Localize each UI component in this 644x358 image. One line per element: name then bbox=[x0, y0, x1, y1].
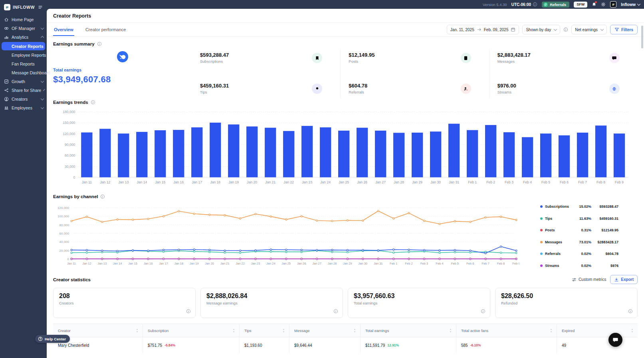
sidebar-item-employees[interactable]: Employees bbox=[0, 103, 47, 112]
earnings-summary: Total earnings $3,949,607.68 $593,288.47… bbox=[53, 50, 638, 98]
filters-button[interactable]: Filters bbox=[610, 25, 638, 34]
column-header-tips[interactable]: Tips bbox=[239, 324, 289, 337]
svg-text:Feb 7: Feb 7 bbox=[578, 180, 587, 184]
table-cell: $751.75-5.84% bbox=[143, 337, 239, 353]
summary-metric-posts: $12,149.95Posts bbox=[349, 52, 471, 64]
svg-text:Jan 21: Jan 21 bbox=[265, 180, 275, 184]
column-header-subscription[interactable]: Subscription bbox=[143, 324, 239, 337]
sidebar-item-creators[interactable]: Creators bbox=[0, 95, 47, 103]
earnings-by-channel-title: Earnings by channel bbox=[53, 194, 638, 199]
stat-card-creators: 208Creators bbox=[53, 288, 196, 318]
svg-text:Jan 26: Jan 26 bbox=[297, 262, 306, 265]
svg-text:Jan 15: Jan 15 bbox=[155, 180, 165, 184]
info-icon[interactable] bbox=[100, 194, 105, 199]
sort-icon[interactable] bbox=[631, 328, 634, 333]
metric-value: Net earnings bbox=[575, 28, 598, 32]
tab-overview[interactable]: Overview bbox=[53, 24, 74, 36]
question-icon bbox=[38, 336, 43, 341]
column-header-total-earnings[interactable]: Total earnings bbox=[360, 324, 456, 337]
bar-jan-27 bbox=[375, 131, 386, 177]
info-icon[interactable] bbox=[481, 309, 485, 314]
info-icon[interactable] bbox=[97, 42, 102, 46]
settings-gear-icon[interactable] bbox=[601, 2, 606, 7]
info-icon[interactable] bbox=[91, 100, 95, 105]
chevron-down-icon bbox=[554, 28, 557, 31]
bar-jan-20 bbox=[246, 126, 258, 177]
stat-card-label: Message earnings bbox=[206, 301, 337, 305]
svg-text:Jan 27: Jan 27 bbox=[375, 180, 386, 184]
sidebar-item-share-for-share[interactable]: Share for Share bbox=[0, 86, 47, 95]
summary-column-3: $2,883,428.17Messages$976.00Streams bbox=[489, 50, 638, 98]
sidebar-item-growth[interactable]: Growth bbox=[0, 77, 47, 86]
sort-icon[interactable] bbox=[282, 328, 285, 333]
earnings-summary-title: Earnings summary bbox=[53, 42, 638, 46]
info-icon[interactable] bbox=[333, 309, 338, 314]
vertical-scrollbar[interactable] bbox=[641, 26, 643, 48]
notifications-bell-icon[interactable] bbox=[592, 2, 596, 7]
sfw-badge[interactable]: SFW bbox=[574, 2, 587, 8]
sidebar-item-label: Fan Reports bbox=[12, 62, 35, 66]
column-header-total-active-fans[interactable]: Total active fans bbox=[456, 324, 557, 337]
chat-smile-icon bbox=[609, 53, 620, 63]
collapse-sidebar-icon[interactable] bbox=[38, 5, 43, 10]
sort-icon[interactable] bbox=[353, 328, 356, 333]
bar-jan-31 bbox=[448, 124, 460, 177]
legend-amount: $12149.95 bbox=[591, 228, 618, 232]
svg-text:150,000: 150,000 bbox=[63, 121, 75, 125]
page-title: Creator Reports bbox=[53, 13, 638, 19]
legend-item-subscriptions: Subscriptions15.02%$593288.47 bbox=[540, 205, 618, 209]
bar-feb-3 bbox=[503, 132, 515, 177]
legend-label: Streams bbox=[545, 264, 574, 268]
account-menu[interactable]: Infloww bbox=[621, 2, 640, 7]
bar-jan-14 bbox=[136, 132, 147, 177]
column-header-message[interactable]: Message bbox=[289, 324, 360, 337]
column-header-expired[interactable]: Expired bbox=[557, 324, 638, 337]
calendar-icon bbox=[511, 27, 515, 32]
export-button[interactable]: Export bbox=[610, 275, 638, 284]
bar-jan-30 bbox=[430, 131, 441, 177]
sort-icon[interactable] bbox=[232, 328, 235, 333]
sidebar-item-home-page[interactable]: Home Page bbox=[0, 15, 47, 24]
svg-text:Jan 17: Jan 17 bbox=[192, 180, 202, 184]
chat-widget-button[interactable] bbox=[608, 333, 622, 347]
svg-text:Jan 26: Jan 26 bbox=[357, 180, 367, 184]
table-row[interactable]: Mary Chesterfield$751.75-5.84%$1,193.60$… bbox=[53, 337, 638, 353]
stat-card-value: $2,888,026.84 bbox=[206, 292, 337, 300]
metric-select[interactable]: Net earnings bbox=[571, 25, 607, 34]
info-icon[interactable] bbox=[186, 309, 191, 314]
metric-label: Messages bbox=[497, 59, 531, 64]
info-icon[interactable] bbox=[563, 27, 568, 32]
svg-text:40,000: 40,000 bbox=[59, 240, 69, 244]
referrals-badge[interactable]: Referrals bbox=[542, 2, 569, 8]
sidebar-item-of-manager[interactable]: OF Manager bbox=[0, 24, 47, 33]
sidebar-item-analytics[interactable]: Analytics bbox=[0, 33, 47, 42]
summary-metric-referrals: $604.78Referrals bbox=[349, 83, 471, 94]
svg-text:Jan 22: Jan 22 bbox=[236, 262, 245, 265]
sidebar-item-creator-reports[interactable]: Creator Reports bbox=[2, 42, 45, 50]
legend-amount: $2883428.17 bbox=[591, 240, 618, 244]
svg-text:Feb 5: Feb 5 bbox=[451, 262, 459, 265]
sidebar-item-message-dashboard[interactable]: Message Dashboard bbox=[0, 68, 47, 77]
sidebar-item-fan-reports[interactable]: Fan Reports bbox=[0, 60, 47, 68]
creator-statistics-title: Creator statistics bbox=[53, 277, 91, 282]
date-range-picker[interactable]: Jan. 11, 2025 Feb. 09, 2025 bbox=[447, 25, 519, 34]
custom-metrics-button[interactable]: Custom metrics bbox=[572, 277, 606, 282]
svg-text:Jan 16: Jan 16 bbox=[144, 262, 153, 265]
sort-icon[interactable] bbox=[136, 328, 139, 333]
legend-amount: $593288.47 bbox=[591, 205, 618, 209]
tab-creator-performance[interactable]: Creator performance bbox=[85, 24, 127, 36]
sort-icon[interactable] bbox=[449, 328, 452, 333]
filters-label: Filters bbox=[621, 28, 633, 32]
info-icon[interactable] bbox=[533, 2, 537, 7]
svg-text:Jan 11: Jan 11 bbox=[67, 262, 76, 265]
svg-text:Jan 25: Jan 25 bbox=[339, 180, 349, 184]
svg-text:90,000: 90,000 bbox=[65, 143, 75, 147]
sidebar-item-employee-reports[interactable]: Employee Reports bbox=[0, 51, 47, 60]
sort-icon[interactable] bbox=[550, 328, 553, 333]
group-by-select[interactable]: Shown by day bbox=[522, 25, 560, 34]
help-center-button[interactable]: Help Center bbox=[35, 335, 70, 343]
info-icon[interactable] bbox=[628, 309, 633, 314]
sliders-icon bbox=[572, 277, 577, 282]
sidebar-item-label: OF Manager bbox=[12, 26, 35, 31]
metric-label: Tips bbox=[200, 90, 229, 94]
